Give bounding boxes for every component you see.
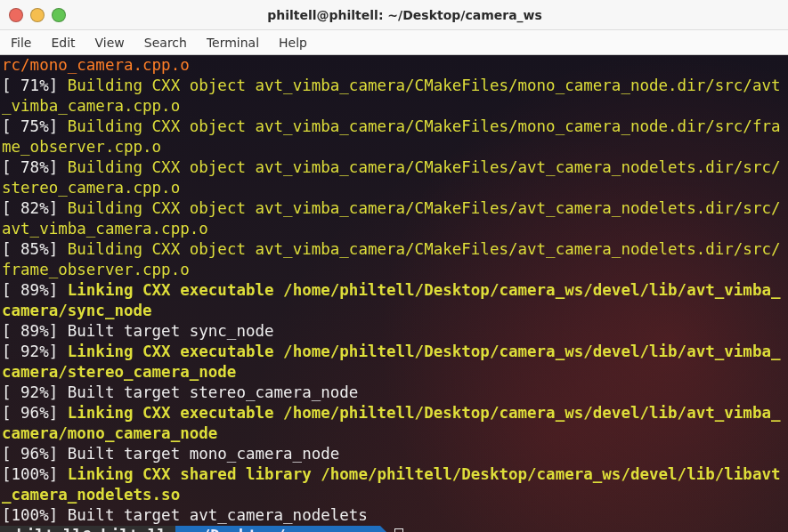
menu-view[interactable]: View [95, 36, 125, 50]
terminal[interactable]: rc/mono_camera.cpp.o[ 71%] Building CXX … [0, 55, 788, 532]
terminal-line: rc/mono_camera.cpp.o [2, 55, 786, 76]
cursor-icon [394, 528, 403, 533]
terminal-line: [ 96%] Built target mono_camera_node [2, 444, 786, 464]
menu-terminal[interactable]: Terminal [207, 36, 259, 50]
terminal-line: [ 92%] Built target stereo_camera_node [2, 383, 786, 403]
menu-search[interactable]: Search [144, 36, 187, 50]
prompt[interactable]: philtell@philtell ~/Desktop/camera_ws [0, 526, 788, 532]
menu-file[interactable]: File [11, 36, 31, 50]
terminal-line: [ 85%] Building CXX object avt_vimba_cam… [2, 239, 786, 280]
terminal-line: [ 96%] Linking CXX executable /home/phil… [2, 403, 786, 444]
terminal-line: [ 89%] Built target sync_node [2, 321, 786, 342]
menu-help[interactable]: Help [279, 36, 307, 50]
terminal-line: [ 92%] Linking CXX executable /home/phil… [2, 342, 786, 383]
window-title: philtell@philtell: ~/Desktop/camera_ws [21, 8, 788, 22]
terminal-output: rc/mono_camera.cpp.o[ 71%] Building CXX … [0, 55, 788, 526]
terminal-line: [ 78%] Building CXX object avt_vimba_cam… [2, 157, 786, 198]
terminal-line: [100%] Built target avt_camera_nodelets [2, 505, 786, 526]
menubar: File Edit View Search Terminal Help [0, 30, 788, 55]
prompt-user: philtell@philtell [0, 526, 175, 532]
terminal-line: [ 71%] Building CXX object avt_vimba_cam… [2, 76, 786, 117]
terminal-line: [ 75%] Building CXX object avt_vimba_cam… [2, 117, 786, 157]
titlebar: philtell@philtell: ~/Desktop/camera_ws [0, 0, 788, 30]
terminal-line: [100%] Linking CXX shared library /home/… [2, 464, 786, 505]
terminal-line: [ 82%] Building CXX object avt_vimba_cam… [2, 198, 786, 239]
menu-edit[interactable]: Edit [51, 36, 75, 50]
prompt-path: ~/Desktop/camera_ws [175, 526, 380, 532]
terminal-line: [ 89%] Linking CXX executable /home/phil… [2, 280, 786, 321]
